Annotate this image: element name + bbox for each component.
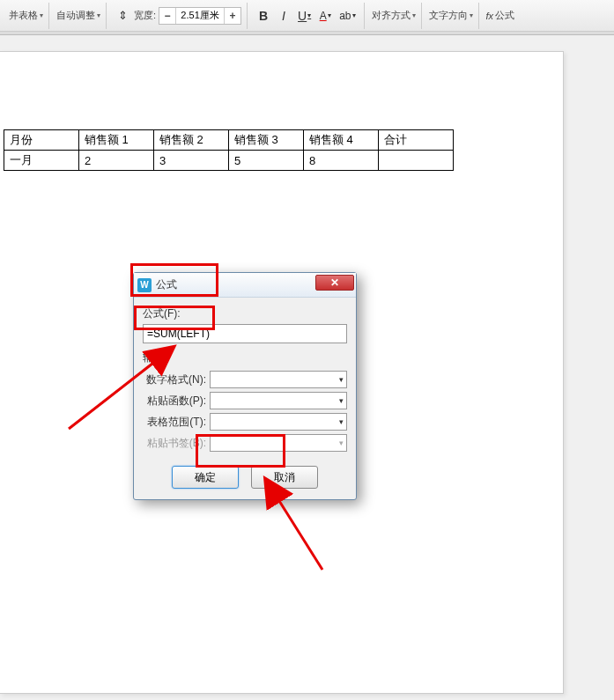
table-cell[interactable]: 2	[79, 151, 154, 171]
formula-toolbar-button[interactable]: fx 公式	[486, 9, 515, 22]
table-header-cell[interactable]: 合计	[379, 130, 454, 151]
ok-button[interactable]: 确定	[172, 466, 239, 489]
paste-func-label: 粘贴函数(P):	[143, 394, 206, 409]
toolbar: 并表格▾ 自动调整▾ ⇕ 宽度: − + B I U▾ A▾ ab▾ 对齐方式▾…	[0, 0, 614, 32]
cancel-button[interactable]: 取消	[251, 466, 318, 489]
table-header-cell[interactable]: 月份	[4, 130, 79, 151]
close-button[interactable]: ✕	[315, 275, 354, 291]
height-icon[interactable]: ⇕	[114, 6, 131, 26]
width-label: 宽度:	[134, 9, 156, 22]
formula-label: 公式(F):	[143, 306, 347, 321]
table-cell[interactable]	[379, 151, 454, 171]
underline-button[interactable]: U▾	[295, 6, 314, 26]
table-row: 一月 2 3 5 8	[4, 151, 454, 171]
formula-dialog: W 公式 ✕ 公式(F): 辅助: 数字格式(N): ▾ 粘贴函数(P):	[133, 272, 357, 500]
data-table[interactable]: 月份 销售额 1 销售额 2 销售额 3 销售额 4 合计 一月 2 3 5 8	[4, 129, 454, 171]
width-stepper[interactable]: − +	[159, 7, 241, 25]
table-cell[interactable]: 5	[229, 151, 304, 171]
dialog-titlebar[interactable]: W 公式 ✕	[134, 273, 356, 298]
table-range-label: 表格范围(T):	[143, 415, 206, 430]
num-format-label: 数字格式(N):	[143, 372, 206, 387]
table-cell[interactable]: 一月	[4, 151, 79, 171]
table-row: 月份 销售额 1 销售额 2 销售额 3 销售额 4 合计	[4, 130, 454, 151]
bold-button[interactable]: B	[255, 6, 272, 26]
text-direction-dropdown[interactable]: 文字方向▾	[429, 9, 473, 22]
paste-bookmark-label: 粘贴书签(B):	[143, 436, 206, 451]
width-minus-button[interactable]: −	[159, 10, 175, 22]
table-cell[interactable]: 3	[154, 151, 229, 171]
table-header-cell[interactable]: 销售额 3	[229, 130, 304, 151]
aux-section-label: 辅助:	[143, 350, 347, 365]
width-plus-button[interactable]: +	[225, 10, 240, 22]
dialog-title: 公式	[156, 277, 177, 292]
app-icon: W	[137, 278, 152, 292]
width-input[interactable]	[175, 8, 225, 24]
paste-bookmark-combo: ▾	[210, 434, 347, 452]
italic-button[interactable]: I	[275, 6, 292, 26]
num-format-combo[interactable]: ▾	[210, 371, 347, 388]
auto-adjust-dropdown[interactable]: 自动调整▾	[56, 9, 100, 22]
merge-table-dropdown[interactable]: 并表格▾	[9, 9, 43, 22]
document-page: 月份 销售额 1 销售额 2 销售额 3 销售额 4 合计 一月 2 3 5 8…	[0, 51, 564, 694]
highlight-button[interactable]: ab▾	[337, 6, 358, 26]
paste-func-combo[interactable]: ▾	[210, 392, 347, 409]
align-dropdown[interactable]: 对齐方式▾	[372, 9, 416, 22]
page-area: 月份 销售额 1 销售额 2 销售额 3 销售额 4 合计 一月 2 3 5 8…	[0, 35, 614, 700]
formula-input[interactable]	[143, 324, 347, 343]
table-header-cell[interactable]: 销售额 4	[304, 130, 379, 151]
table-range-combo[interactable]: ▾	[210, 413, 347, 431]
font-color-button[interactable]: A▾	[316, 6, 334, 26]
table-header-cell[interactable]: 销售额 1	[79, 130, 154, 151]
table-header-cell[interactable]: 销售额 2	[154, 130, 229, 151]
close-icon: ✕	[330, 276, 339, 289]
table-cell[interactable]: 8	[304, 151, 379, 171]
